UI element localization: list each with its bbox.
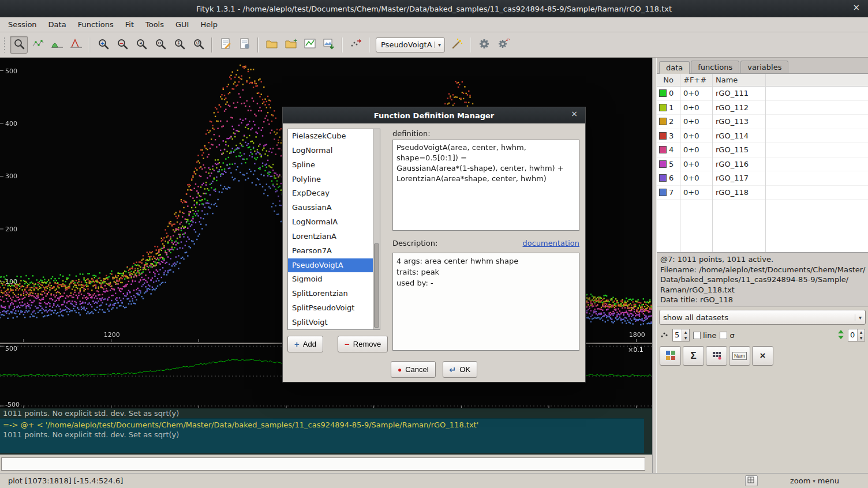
column-header-ff[interactable]: #F+# — [680, 76, 712, 84]
dataset-row[interactable]: 1 0+0 rGO_112 — [657, 101, 868, 115]
session-script-button[interactable] — [235, 36, 253, 54]
dataset-color-swatch[interactable] — [659, 189, 667, 196]
function-list-item[interactable]: ExpDecay — [288, 186, 380, 201]
function-list-item[interactable]: Polyline — [288, 172, 380, 187]
sigma-checkbox[interactable] — [720, 332, 727, 339]
output-console[interactable]: 1011 points. No explicit std. dev. Set a… — [0, 408, 652, 455]
column-header-no[interactable]: No — [657, 76, 680, 84]
menu-item[interactable]: Tools — [140, 18, 170, 31]
cancel-button[interactable]: ● Cancel — [391, 361, 436, 378]
export-plot-button[interactable] — [301, 36, 319, 54]
zoom-mode-button[interactable] — [10, 36, 28, 54]
function-list-item[interactable]: PielaszekCube — [288, 129, 380, 144]
column-header-name[interactable]: Name — [712, 76, 868, 84]
menu-item[interactable]: Fit — [119, 18, 140, 31]
status-zoom-label[interactable]: zoom — [790, 476, 810, 485]
dataset-color-swatch[interactable] — [659, 132, 667, 140]
menu-item[interactable]: Session — [2, 18, 43, 31]
session-log-button[interactable] — [216, 36, 234, 54]
function-list-scrollbar[interactable] — [373, 129, 380, 329]
spinner-arrows[interactable]: ▲▼ — [857, 329, 865, 341]
function-list[interactable]: PielaszekCubeLogNormalSplinePolylineExpD… — [287, 129, 380, 330]
spin-up-icon[interactable]: ▲ — [858, 329, 865, 335]
toolbar-grip[interactable] — [2, 37, 7, 52]
sidebar-tab[interactable]: functions — [691, 61, 739, 73]
run-fit-button[interactable] — [475, 36, 493, 54]
spin-down-icon[interactable]: ▼ — [682, 335, 689, 341]
dataset-row[interactable]: 0 0+0 rGO_111 — [657, 87, 868, 101]
dataset-color-swatch[interactable] — [659, 160, 667, 168]
definition-textarea[interactable]: PseudoVoigtA(area, center, hwhm, shape=0… — [392, 140, 579, 231]
dataset-filter-dropdown[interactable]: show all datasets ▾ — [659, 310, 866, 325]
zoom-in-button[interactable]: + — [94, 36, 112, 54]
data-transform-button[interactable] — [347, 36, 365, 54]
dataset-color-swatch[interactable] — [659, 146, 667, 153]
dataset-color-swatch[interactable] — [659, 174, 667, 182]
dialog-close-button[interactable]: × — [568, 109, 580, 118]
menu-item[interactable]: GUI — [170, 18, 194, 31]
dataset-color-swatch[interactable] — [659, 118, 667, 125]
dataset-row[interactable]: 2 0+0 rGO_113 — [657, 115, 868, 129]
dataset-row[interactable]: 4 0+0 rGO_115 — [657, 143, 868, 157]
vertical-splitter[interactable] — [652, 58, 657, 473]
undo-fit-button[interactable]: ↶ — [494, 36, 512, 54]
add-function-def-button[interactable]: + Add — [287, 336, 323, 352]
menu-item[interactable]: Help — [194, 18, 223, 31]
function-list-item[interactable]: LorentzianA — [288, 230, 380, 244]
function-list-item[interactable]: GaussianA — [288, 201, 380, 215]
dataset-row[interactable]: 5 0+0 rGO_116 — [657, 157, 868, 172]
show-names-button[interactable]: Nam — [729, 346, 750, 366]
point-size-spinner[interactable]: 5 ▲▼ — [672, 329, 690, 341]
menu-item[interactable]: Functions — [72, 18, 119, 31]
edit-points-mode-button[interactable] — [29, 36, 47, 54]
show-sum-button[interactable]: Σ — [683, 346, 704, 366]
open-data-append-button[interactable]: + — [282, 36, 300, 54]
function-type-dropdown[interactable]: PseudoVoigtA ▾ — [376, 37, 445, 52]
data-grid-button[interactable] — [660, 346, 681, 366]
remove-function-def-button[interactable]: − Remove — [338, 336, 388, 352]
sigma-checkbox-group[interactable]: σ — [720, 331, 734, 340]
zoom-all-button[interactable]: ↺ — [189, 36, 207, 54]
spinner-arrows[interactable]: ▲▼ — [682, 329, 689, 341]
status-menu-label[interactable]: menu — [818, 476, 839, 485]
delete-dataset-button[interactable]: × — [752, 346, 773, 366]
function-list-item[interactable]: SplitVoigt — [288, 316, 380, 330]
zoom-previous-button[interactable]: ◂ — [132, 36, 150, 54]
ok-button[interactable]: ↵ OK — [443, 361, 478, 378]
chevron-down-icon[interactable]: ▾ — [855, 314, 865, 321]
scrollbar-thumb[interactable] — [374, 243, 379, 328]
spin-up-icon[interactable]: ▲ — [682, 329, 689, 335]
edit-transform-button[interactable] — [706, 346, 727, 366]
dataset-color-swatch[interactable] — [659, 89, 667, 97]
chevron-down-icon[interactable]: ▾ — [813, 478, 815, 484]
documentation-link[interactable]: documentation — [523, 239, 579, 247]
command-input[interactable] — [1, 457, 645, 471]
line-checkbox[interactable] — [693, 332, 701, 339]
range-mode-button[interactable] — [48, 36, 66, 54]
dataset-row[interactable]: 3 0+0 rGO_114 — [657, 129, 868, 144]
sidebar-tab[interactable]: variables — [740, 61, 788, 73]
line-checkbox-group[interactable]: line — [693, 331, 716, 340]
status-grid-button[interactable] — [745, 475, 758, 486]
dataset-row[interactable]: 7 0+0 rGO_118 — [657, 186, 868, 200]
save-image-button[interactable] — [320, 36, 338, 54]
add-peak-mode-button[interactable] — [67, 36, 85, 54]
function-list-item[interactable]: LogNormalA — [288, 215, 380, 230]
add-function-button[interactable] — [448, 36, 466, 54]
menu-item[interactable]: Data — [43, 18, 72, 31]
sidebar-tab[interactable]: data — [659, 61, 690, 74]
chevron-down-icon[interactable]: ▾ — [434, 42, 444, 48]
function-list-item[interactable]: Spline — [288, 158, 380, 172]
dataset-row[interactable]: 6 0+0 rGO_117 — [657, 171, 868, 186]
spin-down-icon[interactable]: ▼ — [858, 335, 865, 341]
window-close-button[interactable]: × — [850, 2, 862, 13]
function-list-item[interactable]: Sigmoid — [288, 272, 380, 287]
function-list-item[interactable]: LogNormal — [288, 144, 380, 158]
dataset-color-swatch[interactable] — [659, 104, 667, 111]
zoom-vertical-button[interactable]: ↕ — [170, 36, 188, 54]
shift-spinner[interactable]: 0 ▲▼ — [848, 329, 865, 341]
open-data-button[interactable] — [263, 36, 280, 54]
function-list-item[interactable]: PseudoVoigtA — [288, 258, 380, 273]
zoom-out-button[interactable]: − — [113, 36, 131, 54]
function-list-item[interactable]: SplitLorentzian — [288, 287, 380, 301]
